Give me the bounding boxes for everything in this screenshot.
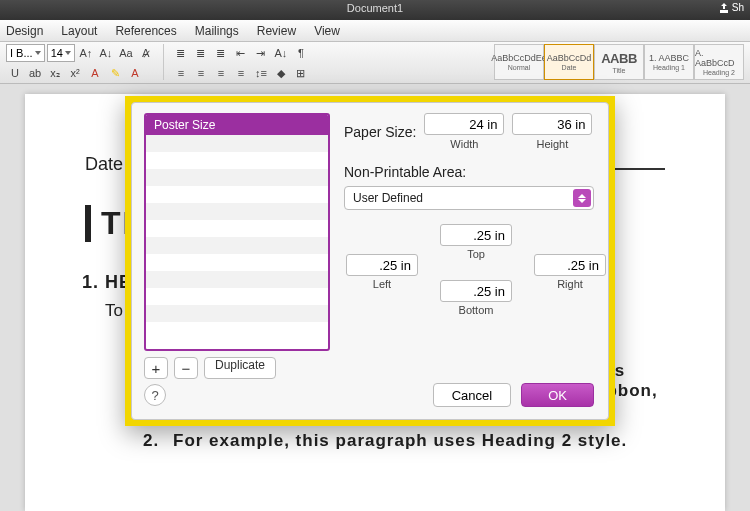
non-printable-select[interactable]: User Defined bbox=[344, 186, 594, 210]
width-label: Width bbox=[450, 138, 478, 150]
paper-size-label: Paper Size: bbox=[344, 124, 416, 140]
chevron-updown-icon bbox=[573, 189, 591, 207]
remove-button[interactable]: − bbox=[174, 357, 198, 379]
cancel-button[interactable]: Cancel bbox=[433, 383, 511, 407]
top-label: Top bbox=[467, 248, 485, 260]
dialog-highlight-frame: Poster Size + − Duplicate Paper Si bbox=[125, 96, 615, 426]
poster-size-list[interactable]: Poster Size bbox=[144, 113, 330, 351]
width-input[interactable] bbox=[424, 113, 504, 135]
paper-size-dialog: Poster Size + − Duplicate Paper Si bbox=[131, 102, 609, 420]
top-margin-input[interactable] bbox=[440, 224, 512, 246]
right-label: Right bbox=[557, 278, 583, 290]
modal-overlay: Poster Size + − Duplicate Paper Si bbox=[0, 0, 750, 511]
bottom-label: Bottom bbox=[459, 304, 494, 316]
right-margin-input[interactable] bbox=[534, 254, 606, 276]
height-input[interactable] bbox=[512, 113, 592, 135]
height-label: Height bbox=[536, 138, 568, 150]
bottom-margin-input[interactable] bbox=[440, 280, 512, 302]
help-button[interactable]: ? bbox=[144, 384, 166, 406]
non-printable-label: Non-Printable Area: bbox=[344, 164, 594, 180]
add-button[interactable]: + bbox=[144, 357, 168, 379]
duplicate-button[interactable]: Duplicate bbox=[204, 357, 276, 379]
poster-size-header: Poster Size bbox=[146, 115, 328, 135]
left-label: Left bbox=[373, 278, 391, 290]
ok-button[interactable]: OK bbox=[521, 383, 594, 407]
left-margin-input[interactable] bbox=[346, 254, 418, 276]
